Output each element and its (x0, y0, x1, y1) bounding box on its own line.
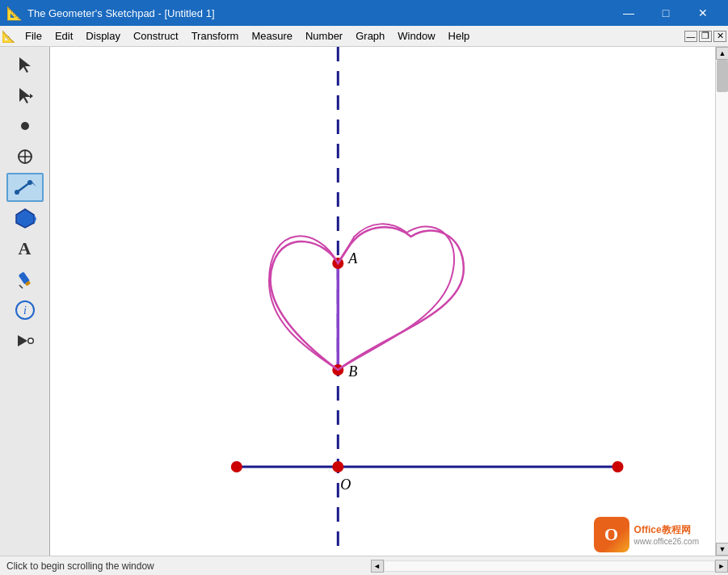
menu-graph[interactable]: Graph (349, 27, 391, 45)
watermark-site2: www.office26.com (634, 537, 699, 546)
svg-point-10 (27, 180, 32, 185)
svg-line-16 (19, 285, 23, 288)
scroll-down-button[interactable]: ▼ (716, 543, 728, 556)
vertical-scrollbar: ▲ ▼ (715, 47, 728, 556)
bottom-bar: Click to begin scrolling the window ◄ ► (0, 556, 728, 575)
menu-construct[interactable]: Construct (127, 27, 185, 45)
scroll-thumb-v[interactable] (717, 60, 728, 92)
titlebar: 📐 The Geometer's Sketchpad - [Untitled 1… (0, 0, 728, 26)
watermark-site1: Office教程网 (634, 523, 699, 537)
menu-display[interactable]: Display (79, 27, 127, 45)
svg-text:B: B (348, 363, 357, 380)
text-tool[interactable]: A (6, 234, 44, 263)
svg-point-21 (28, 339, 32, 343)
custom-tool[interactable] (6, 326, 44, 355)
info-tool[interactable]: i (6, 296, 44, 325)
menu-measure[interactable]: Measure (245, 27, 299, 45)
svg-line-8 (17, 183, 30, 192)
segment-tool[interactable] (6, 173, 44, 202)
arrow-move-tool[interactable] (6, 81, 44, 110)
inner-minimize-button[interactable]: — (684, 31, 697, 42)
scroll-up-button[interactable]: ▲ (716, 47, 728, 60)
toolbar: A i (0, 47, 50, 556)
svg-point-9 (15, 190, 19, 195)
main-area: A i (0, 47, 728, 556)
close-button[interactable]: ✕ (684, 0, 722, 26)
status-bar: Click to begin scrolling the window (0, 560, 371, 572)
svg-marker-19 (18, 335, 27, 346)
scroll-track-h[interactable] (384, 560, 716, 572)
menu-edit[interactable]: Edit (48, 27, 79, 45)
svg-text:A: A (347, 250, 358, 267)
svg-point-24 (231, 461, 242, 472)
scroll-right-button[interactable]: ► (715, 560, 728, 573)
drawing-canvas: O A B (50, 47, 715, 556)
app-title: The Geometer's Sketchpad - [Untitled 1] (27, 7, 215, 19)
inner-restore-button[interactable]: ❐ (699, 31, 712, 42)
circle-tool[interactable] (6, 142, 44, 171)
scroll-left-button[interactable]: ◄ (371, 560, 384, 573)
scroll-track-v[interactable] (716, 60, 728, 543)
app-menu-icon: 📐 (2, 30, 15, 43)
watermark-icon: O (604, 524, 618, 545)
svg-text:i: i (23, 304, 27, 317)
arrow-tool[interactable] (6, 50, 44, 79)
app-icon: 📐 (6, 6, 23, 21)
horizontal-scrollbar: ◄ ► (371, 560, 729, 573)
inner-close-button[interactable]: ✕ (713, 31, 726, 42)
svg-point-26 (332, 461, 343, 472)
maximize-button[interactable]: □ (647, 0, 684, 26)
polygon-tool[interactable] (6, 204, 44, 233)
point-tool[interactable] (6, 111, 44, 141)
menu-help[interactable]: Help (442, 27, 477, 45)
svg-point-3 (21, 122, 29, 130)
svg-point-25 (612, 461, 624, 472)
svg-marker-2 (30, 94, 33, 99)
canvas-area[interactable]: O A B O Office教程网 www.offic (50, 47, 715, 556)
svg-marker-1 (19, 88, 31, 103)
menu-transform[interactable]: Transform (185, 27, 246, 45)
svg-text:O: O (340, 476, 351, 493)
window-controls: — □ ✕ (610, 0, 722, 26)
menu-window-buttons: — ❐ ✕ (683, 31, 726, 42)
minimize-button[interactable]: — (610, 0, 647, 26)
menu-window[interactable]: Window (391, 27, 441, 45)
watermark: O Office教程网 www.office26.com (594, 517, 699, 552)
menu-file[interactable]: File (19, 27, 48, 45)
svg-marker-12 (16, 209, 34, 228)
svg-marker-13 (34, 214, 36, 225)
menubar: 📐 File Edit Display Construct Transform … (0, 26, 728, 47)
menu-number[interactable]: Number (299, 27, 349, 45)
status-text: Click to begin scrolling the window (6, 560, 154, 572)
svg-marker-0 (19, 57, 31, 73)
marker-tool[interactable] (6, 265, 44, 294)
